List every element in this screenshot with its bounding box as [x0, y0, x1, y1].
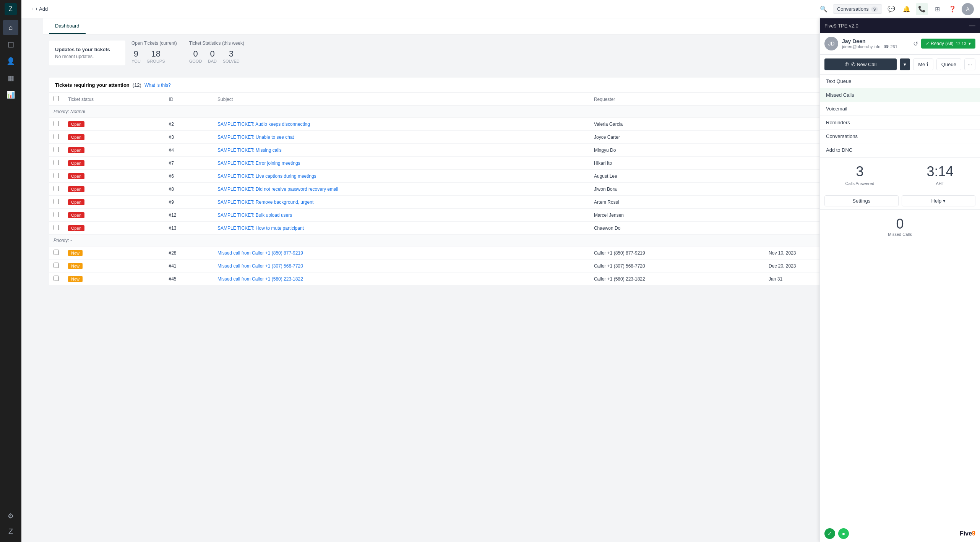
ticket-subject[interactable]: SAMPLE TICKET: Bulk upload users [213, 209, 589, 222]
search-icon[interactable]: 🔍 [818, 3, 830, 15]
bell-icon[interactable]: 🔔 [900, 3, 913, 15]
grid-icon[interactable]: ⊞ [931, 3, 943, 15]
ticket-requester: Chaewon Do [589, 222, 764, 235]
status-badge: New [68, 276, 83, 282]
stat-solved-value: 3 [223, 49, 240, 59]
refresh-button[interactable]: ↺ [913, 40, 918, 47]
footer-icon-check[interactable]: ✓ [824, 528, 835, 539]
ticket-subject[interactable]: SAMPLE TICKET: Remove background, urgent [213, 196, 589, 209]
five9-menu-item[interactable]: Text Queue [820, 75, 980, 88]
five9-menu-item[interactable]: Voicemail [820, 102, 980, 116]
stat-bad-label: BAD [208, 59, 217, 63]
new-call-button[interactable]: ✆ ✆ New Call [824, 58, 897, 70]
updates-section: Updates to your tickets No recent update… [49, 41, 125, 65]
sidebar-item-reports[interactable]: ▦ [3, 70, 18, 86]
sidebar-item-home[interactable]: ⌂ [3, 20, 18, 35]
row-checkbox[interactable] [54, 134, 59, 139]
zendesk-logo[interactable]: Z [5, 3, 17, 15]
footer-icon-circle[interactable]: ● [838, 528, 849, 539]
topbar-right: 🔍 Conversations 9 💬 🔔 📞 ⊞ ❓ A [818, 3, 974, 15]
ticket-requester: August Lee [589, 170, 764, 183]
sidebar-item-tickets[interactable]: ◫ [3, 37, 18, 52]
updates-title: Updates to your tickets [55, 47, 119, 52]
missed-calls-stat: 0 Missed Calls [820, 210, 980, 243]
help-icon[interactable]: ❓ [946, 3, 959, 15]
ticket-requester: Caller +1 (580) 223-1822 [589, 273, 764, 286]
sidebar-item-settings[interactable]: ⚙ [3, 508, 18, 524]
ticket-subject[interactable]: SAMPLE TICKET: Error joining meetings [213, 157, 589, 170]
ticket-subject[interactable]: SAMPLE TICKET: Missing calls [213, 144, 589, 157]
help-button[interactable]: Help ▾ [902, 195, 976, 206]
conversations-label: Conversations [837, 6, 869, 12]
row-checkbox[interactable] [54, 160, 59, 165]
row-checkbox[interactable] [54, 199, 59, 204]
row-checkbox[interactable] [54, 276, 59, 281]
five9-menu-item[interactable]: Add to DNC [820, 143, 980, 157]
row-checkbox[interactable] [54, 147, 59, 152]
conversations-badge: 9 [871, 6, 878, 12]
sidebar-item-contacts[interactable]: 👤 [3, 54, 18, 69]
ticket-subject[interactable]: SAMPLE TICKET: Live captions during meet… [213, 170, 589, 183]
five9-menu-item[interactable]: Conversations [820, 130, 980, 143]
conversations-button[interactable]: Conversations 9 [833, 4, 882, 14]
ticket-subject[interactable]: Missed call from Caller +1 (580) 223-182… [213, 273, 589, 286]
user-avatar[interactable]: A [962, 3, 974, 15]
select-all-checkbox[interactable] [54, 96, 59, 101]
stat-bad: 0 BAD [208, 49, 217, 63]
phone-icon[interactable]: 📞 [916, 3, 928, 15]
settings-button[interactable]: Settings [824, 195, 899, 206]
row-checkbox[interactable] [54, 263, 59, 268]
five9-brand-logo: Five9 [960, 530, 975, 537]
footer-icons: ✓ ● [824, 528, 849, 539]
add-label: + Add [35, 6, 48, 12]
new-call-dropdown-button[interactable]: ▾ [900, 58, 910, 70]
status-badge: Open [68, 199, 84, 205]
ticket-subject[interactable]: Missed call from Caller +1 (307) 568-772… [213, 260, 589, 273]
row-checkbox[interactable] [54, 225, 59, 230]
five9-panel: Five9 TPE v2.0 — JD Jay Deen jdeen@bluer… [819, 18, 980, 542]
five9-menu-item[interactable]: Missed Calls [820, 88, 980, 102]
sidebar-item-user[interactable]: Z [3, 524, 18, 539]
queue-label: Queue [941, 62, 956, 67]
stat-good-value: 0 [189, 49, 202, 59]
ticket-id: #12 [164, 209, 213, 222]
ticket-subject[interactable]: Missed call from Caller +1 (850) 877-921… [213, 247, 589, 260]
more-button[interactable]: ··· [964, 58, 975, 70]
five9-menu-item[interactable]: Reminders [820, 116, 980, 130]
ticket-requester: Jiwon Bora [589, 183, 764, 196]
ticket-id: #45 [164, 273, 213, 286]
tickets-count: (12) [133, 82, 141, 88]
status-badge: Open [68, 186, 84, 192]
row-checkbox[interactable] [54, 121, 59, 126]
me-button[interactable]: Me ℹ [913, 58, 933, 70]
row-checkbox[interactable] [54, 250, 59, 255]
chat-icon[interactable]: 💬 [885, 3, 897, 15]
add-button[interactable]: + + Add [28, 5, 51, 13]
row-checkbox[interactable] [54, 173, 59, 178]
dashboard-tab[interactable]: Dashboard [49, 18, 86, 34]
five9-header: Five9 TPE v2.0 — [820, 18, 980, 33]
row-checkbox[interactable] [54, 212, 59, 217]
stat-groups: 18 GROUPS [147, 49, 165, 63]
minimize-button[interactable]: — [969, 22, 975, 29]
ready-time: 17:13 [956, 41, 966, 46]
ticket-statistics-group: Ticket Statistics (this week) 0 GOOD 0 B… [189, 41, 244, 63]
stat-solved: 3 SOLVED [223, 49, 240, 63]
five9-user-email: jdeen@blueruby.info ☎ 261 [842, 44, 909, 49]
five9-user-actions: ↺ ✓ Ready (All) 17:13 ▾ [913, 39, 975, 49]
ticket-subject[interactable]: SAMPLE TICKET: Unable to see chat [213, 131, 589, 144]
row-checkbox[interactable] [54, 186, 59, 191]
sidebar-item-analytics[interactable]: 📊 [3, 87, 18, 102]
ticket-subject[interactable]: SAMPLE TICKET: Audio keeps disconnecting [213, 118, 589, 131]
what-is-this-link[interactable]: What is this? [144, 83, 171, 88]
ticket-requester: Joyce Carter [589, 131, 764, 144]
chevron-down-icon: ▾ [969, 41, 971, 46]
updates-text: No recent updates. [55, 54, 119, 59]
ticket-subject[interactable]: SAMPLE TICKET: Did not receive password … [213, 183, 589, 196]
ticket-requester: Valeria Garcia [589, 118, 764, 131]
queue-button[interactable]: Queue [936, 58, 961, 70]
ticket-stats: Open Tickets (current) 9 YOU 18 GROUPS T… [131, 41, 244, 71]
ticket-subject[interactable]: SAMPLE TICKET: How to mute participant [213, 222, 589, 235]
ready-button[interactable]: ✓ Ready (All) 17:13 ▾ [921, 39, 975, 49]
stat-bad-value: 0 [208, 49, 217, 59]
